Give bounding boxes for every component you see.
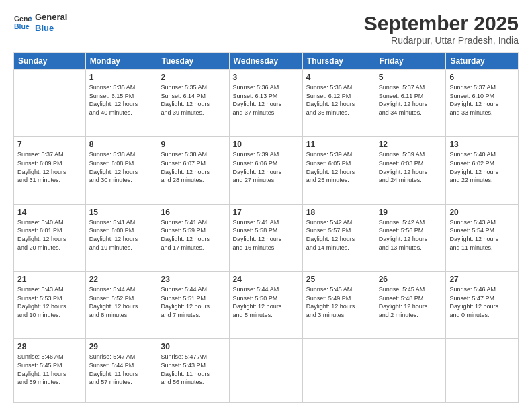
- day-info: Sunrise: 5:44 AM Sunset: 5:51 PM Dayligh…: [161, 285, 225, 319]
- day-info: Sunrise: 5:47 AM Sunset: 5:44 PM Dayligh…: [89, 353, 154, 386]
- calendar-cell: 10Sunrise: 5:39 AM Sunset: 6:06 PM Dayli…: [229, 137, 302, 204]
- day-info: Sunrise: 5:40 AM Sunset: 6:01 PM Dayligh…: [17, 218, 82, 252]
- day-number: 26: [379, 275, 443, 284]
- day-number: 22: [89, 275, 154, 284]
- day-info: Sunrise: 5:38 AM Sunset: 6:08 PM Dayligh…: [89, 150, 154, 184]
- day-info: Sunrise: 5:40 AM Sunset: 6:02 PM Dayligh…: [449, 150, 515, 184]
- day-info: Sunrise: 5:41 AM Sunset: 5:58 PM Dayligh…: [233, 218, 299, 252]
- day-number: 6: [449, 73, 515, 82]
- day-header-friday: Friday: [375, 53, 446, 70]
- day-number: 7: [17, 140, 82, 149]
- calendar-cell: 19Sunrise: 5:42 AM Sunset: 5:56 PM Dayli…: [375, 204, 446, 271]
- day-info: Sunrise: 5:46 AM Sunset: 5:47 PM Dayligh…: [449, 285, 515, 319]
- day-info: Sunrise: 5:36 AM Sunset: 6:13 PM Dayligh…: [233, 83, 299, 117]
- day-number: 3: [233, 73, 299, 82]
- logo-blue: Blue: [35, 23, 67, 34]
- calendar-cell: [229, 339, 302, 403]
- calendar-table: SundayMondayTuesdayWednesdayThursdayFrid…: [13, 52, 519, 403]
- calendar-cell: 3Sunrise: 5:36 AM Sunset: 6:13 PM Daylig…: [229, 70, 302, 137]
- calendar-cell: 12Sunrise: 5:39 AM Sunset: 6:03 PM Dayli…: [375, 137, 446, 204]
- logo-icon: General Blue: [13, 13, 32, 32]
- day-number: 13: [449, 140, 515, 149]
- day-number: 27: [449, 275, 515, 284]
- day-info: Sunrise: 5:38 AM Sunset: 6:07 PM Dayligh…: [161, 150, 225, 184]
- day-number: 17: [233, 208, 299, 217]
- day-info: Sunrise: 5:44 AM Sunset: 5:50 PM Dayligh…: [233, 285, 299, 319]
- day-number: 9: [161, 140, 225, 149]
- calendar-cell: 6Sunrise: 5:37 AM Sunset: 6:10 PM Daylig…: [446, 70, 519, 137]
- day-info: Sunrise: 5:37 AM Sunset: 6:09 PM Dayligh…: [17, 150, 82, 184]
- calendar-cell: 16Sunrise: 5:41 AM Sunset: 5:59 PM Dayli…: [157, 204, 229, 271]
- calendar-cell: 15Sunrise: 5:41 AM Sunset: 6:00 PM Dayli…: [85, 204, 157, 271]
- calendar-cell: [446, 339, 519, 403]
- day-header-monday: Monday: [85, 53, 157, 70]
- day-number: 15: [89, 208, 154, 217]
- calendar-cell: 20Sunrise: 5:43 AM Sunset: 5:54 PM Dayli…: [446, 204, 519, 271]
- day-number: 20: [449, 208, 515, 217]
- logo: General Blue General Blue: [13, 12, 67, 33]
- calendar-cell: 8Sunrise: 5:38 AM Sunset: 6:08 PM Daylig…: [85, 137, 157, 204]
- header: General Blue General Blue September 2025…: [13, 12, 519, 46]
- calendar-cell: 22Sunrise: 5:44 AM Sunset: 5:52 PM Dayli…: [85, 272, 157, 339]
- week-row-1: 1Sunrise: 5:35 AM Sunset: 6:15 PM Daylig…: [14, 70, 519, 137]
- day-number: 21: [17, 275, 82, 284]
- day-info: Sunrise: 5:37 AM Sunset: 6:10 PM Dayligh…: [449, 83, 515, 117]
- title-block: September 2025 Rudarpur, Uttar Pradesh, …: [364, 12, 519, 46]
- calendar-cell: 25Sunrise: 5:45 AM Sunset: 5:49 PM Dayli…: [302, 272, 375, 339]
- day-number: 23: [161, 275, 225, 284]
- day-info: Sunrise: 5:44 AM Sunset: 5:52 PM Dayligh…: [89, 285, 154, 319]
- day-info: Sunrise: 5:41 AM Sunset: 5:59 PM Dayligh…: [161, 218, 225, 252]
- calendar-cell: 11Sunrise: 5:39 AM Sunset: 6:05 PM Dayli…: [302, 137, 375, 204]
- calendar-cell: 24Sunrise: 5:44 AM Sunset: 5:50 PM Dayli…: [229, 272, 302, 339]
- calendar-cell: [375, 339, 446, 403]
- day-number: 16: [161, 208, 225, 217]
- day-info: Sunrise: 5:42 AM Sunset: 5:57 PM Dayligh…: [306, 218, 371, 252]
- day-info: Sunrise: 5:39 AM Sunset: 6:03 PM Dayligh…: [379, 150, 443, 184]
- day-number: 5: [379, 73, 443, 82]
- day-header-tuesday: Tuesday: [157, 53, 229, 70]
- day-number: 24: [233, 275, 299, 284]
- month-title: September 2025: [364, 12, 519, 35]
- day-info: Sunrise: 5:45 AM Sunset: 5:49 PM Dayligh…: [306, 285, 371, 319]
- calendar-cell: 9Sunrise: 5:38 AM Sunset: 6:07 PM Daylig…: [157, 137, 229, 204]
- day-header-sunday: Sunday: [14, 53, 86, 70]
- calendar-cell: [14, 70, 86, 137]
- calendar-cell: 23Sunrise: 5:44 AM Sunset: 5:51 PM Dayli…: [157, 272, 229, 339]
- calendar-cell: 2Sunrise: 5:35 AM Sunset: 6:14 PM Daylig…: [157, 70, 229, 137]
- calendar-cell: 28Sunrise: 5:46 AM Sunset: 5:45 PM Dayli…: [14, 339, 86, 403]
- calendar-cell: [302, 339, 375, 403]
- day-info: Sunrise: 5:37 AM Sunset: 6:11 PM Dayligh…: [379, 83, 443, 117]
- day-number: 25: [306, 275, 371, 284]
- day-number: 11: [306, 140, 371, 149]
- calendar-cell: 7Sunrise: 5:37 AM Sunset: 6:09 PM Daylig…: [14, 137, 86, 204]
- calendar-cell: 1Sunrise: 5:35 AM Sunset: 6:15 PM Daylig…: [85, 70, 157, 137]
- day-info: Sunrise: 5:45 AM Sunset: 5:48 PM Dayligh…: [379, 285, 443, 319]
- day-number: 10: [233, 140, 299, 149]
- page: General Blue General Blue September 2025…: [0, 0, 532, 411]
- day-number: 12: [379, 140, 443, 149]
- day-info: Sunrise: 5:35 AM Sunset: 6:14 PM Dayligh…: [161, 83, 225, 117]
- day-headers-row: SundayMondayTuesdayWednesdayThursdayFrid…: [14, 53, 519, 70]
- day-number: 1: [89, 73, 154, 82]
- calendar-cell: 4Sunrise: 5:36 AM Sunset: 6:12 PM Daylig…: [302, 70, 375, 137]
- svg-text:Blue: Blue: [14, 21, 30, 30]
- day-info: Sunrise: 5:35 AM Sunset: 6:15 PM Dayligh…: [89, 83, 154, 117]
- day-info: Sunrise: 5:39 AM Sunset: 6:05 PM Dayligh…: [306, 150, 371, 184]
- day-info: Sunrise: 5:39 AM Sunset: 6:06 PM Dayligh…: [233, 150, 299, 184]
- calendar-cell: 29Sunrise: 5:47 AM Sunset: 5:44 PM Dayli…: [85, 339, 157, 403]
- day-number: 18: [306, 208, 371, 217]
- week-row-3: 14Sunrise: 5:40 AM Sunset: 6:01 PM Dayli…: [14, 204, 519, 271]
- day-info: Sunrise: 5:43 AM Sunset: 5:54 PM Dayligh…: [449, 218, 515, 252]
- location: Rudarpur, Uttar Pradesh, India: [364, 35, 519, 46]
- calendar-cell: 27Sunrise: 5:46 AM Sunset: 5:47 PM Dayli…: [446, 272, 519, 339]
- week-row-4: 21Sunrise: 5:43 AM Sunset: 5:53 PM Dayli…: [14, 272, 519, 339]
- day-info: Sunrise: 5:42 AM Sunset: 5:56 PM Dayligh…: [379, 218, 443, 252]
- day-header-wednesday: Wednesday: [229, 53, 302, 70]
- calendar-cell: 13Sunrise: 5:40 AM Sunset: 6:02 PM Dayli…: [446, 137, 519, 204]
- week-row-2: 7Sunrise: 5:37 AM Sunset: 6:09 PM Daylig…: [14, 137, 519, 204]
- calendar-cell: 30Sunrise: 5:47 AM Sunset: 5:43 PM Dayli…: [157, 339, 229, 403]
- day-info: Sunrise: 5:36 AM Sunset: 6:12 PM Dayligh…: [306, 83, 371, 117]
- calendar-cell: 17Sunrise: 5:41 AM Sunset: 5:58 PM Dayli…: [229, 204, 302, 271]
- day-header-thursday: Thursday: [302, 53, 375, 70]
- day-info: Sunrise: 5:46 AM Sunset: 5:45 PM Dayligh…: [17, 353, 82, 386]
